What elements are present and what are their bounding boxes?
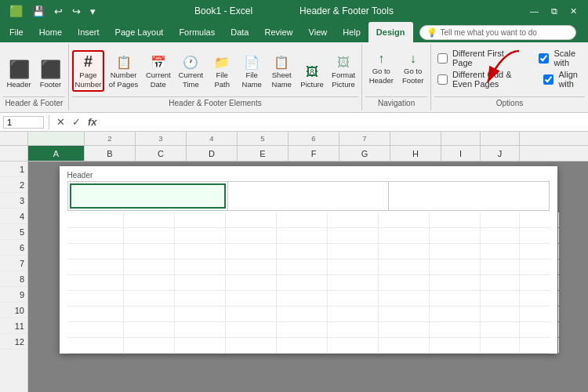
align-with-option[interactable]: Align with xyxy=(543,70,582,89)
cell-a9[interactable] xyxy=(67,338,124,353)
cell-g9[interactable] xyxy=(379,338,430,353)
header-center-cell[interactable] xyxy=(228,182,389,210)
row-num-9[interactable]: 9 xyxy=(0,287,27,303)
row-num-8[interactable]: 8 xyxy=(0,271,27,287)
cell-c6[interactable] xyxy=(175,291,226,306)
col-header-j[interactable]: J xyxy=(481,146,520,161)
cell-e8[interactable] xyxy=(277,322,328,337)
cell-d3[interactable] xyxy=(226,244,277,259)
cell-h4[interactable] xyxy=(430,260,481,274)
diff-odd-even-option[interactable]: Different Odd & Even Pages xyxy=(437,70,528,89)
cell-e9[interactable] xyxy=(277,338,328,353)
restore-button[interactable]: ⧉ xyxy=(546,6,562,16)
tab-home[interactable]: Home xyxy=(31,22,70,42)
cell-d9[interactable] xyxy=(226,338,277,353)
cell-i2[interactable] xyxy=(481,228,520,243)
file-name-button[interactable]: 📄 FileName xyxy=(238,53,266,92)
cell-g6[interactable] xyxy=(379,291,430,306)
cell-f6[interactable] xyxy=(328,291,379,306)
cell-e5[interactable] xyxy=(277,275,328,290)
header-cells[interactable] xyxy=(67,181,550,211)
tab-pagelayout[interactable]: Page Layout xyxy=(107,22,172,42)
cell-i6[interactable] xyxy=(481,291,520,306)
redo-icon[interactable]: ↪ xyxy=(69,4,84,19)
tab-formulas[interactable]: Formulas xyxy=(171,22,223,42)
undo-icon[interactable]: ↩ xyxy=(51,4,66,19)
cell-j5[interactable] xyxy=(520,275,559,290)
cell-a3[interactable] xyxy=(67,244,124,259)
close-button[interactable]: ✕ xyxy=(565,6,582,16)
row-num-2[interactable]: 2 xyxy=(0,177,27,193)
confirm-formula-icon[interactable]: ✓ xyxy=(70,115,83,129)
cell-a2[interactable] xyxy=(67,228,124,243)
active-header-cell[interactable] xyxy=(70,183,227,209)
name-box[interactable] xyxy=(3,116,44,129)
cell-i7[interactable] xyxy=(481,307,520,321)
page-number-button[interactable]: # PageNumber xyxy=(72,50,104,92)
cell-i4[interactable] xyxy=(481,260,520,274)
cell-e6[interactable] xyxy=(277,291,328,306)
save-icon[interactable]: 💾 xyxy=(29,4,48,19)
cell-b7[interactable] xyxy=(124,307,175,321)
cell-e4[interactable] xyxy=(277,260,328,274)
cell-i8[interactable] xyxy=(481,322,520,337)
cell-g4[interactable] xyxy=(379,260,430,274)
cell-g1[interactable] xyxy=(379,212,430,227)
cell-h3[interactable] xyxy=(430,244,481,259)
cell-d7[interactable] xyxy=(226,307,277,321)
tab-insert[interactable]: Insert xyxy=(70,22,107,42)
cell-f4[interactable] xyxy=(328,260,379,274)
cell-d5[interactable] xyxy=(226,275,277,290)
minimize-button[interactable]: — xyxy=(525,6,543,16)
cell-j4[interactable] xyxy=(520,260,559,274)
cell-c9[interactable] xyxy=(175,338,226,353)
cell-j1[interactable] xyxy=(520,212,559,227)
cell-d2[interactable] xyxy=(226,228,277,243)
cell-c2[interactable] xyxy=(175,228,226,243)
row-num-1[interactable]: 1 xyxy=(0,162,27,177)
tab-data[interactable]: Data xyxy=(223,22,256,42)
tab-view[interactable]: View xyxy=(301,22,336,42)
diff-odd-even-checkbox[interactable] xyxy=(437,74,448,85)
cell-g8[interactable] xyxy=(379,322,430,337)
row-num-12[interactable]: 12 xyxy=(0,334,27,350)
cell-e3[interactable] xyxy=(277,244,328,259)
cell-h7[interactable] xyxy=(430,307,481,321)
scale-with-checkbox[interactable] xyxy=(539,53,549,64)
cell-c8[interactable] xyxy=(175,322,226,337)
cell-f3[interactable] xyxy=(328,244,379,259)
cell-a1[interactable] xyxy=(67,212,124,227)
col-header-d[interactable]: D xyxy=(187,146,238,161)
scale-with-option[interactable]: Scale with xyxy=(539,49,582,67)
cell-b9[interactable] xyxy=(124,338,175,353)
row-num-4[interactable]: 4 xyxy=(0,209,27,224)
cell-g2[interactable] xyxy=(379,228,430,243)
cell-c7[interactable] xyxy=(175,307,226,321)
tab-file[interactable]: File xyxy=(2,22,31,42)
file-path-button[interactable]: 📁 FilePath xyxy=(208,53,236,92)
formula-input[interactable] xyxy=(103,117,585,128)
go-to-footer-button[interactable]: ↓ Go toFooter xyxy=(398,49,427,88)
cell-b1[interactable] xyxy=(124,212,175,227)
diff-first-checkbox[interactable] xyxy=(437,53,448,64)
row-num-5[interactable]: 5 xyxy=(0,224,27,240)
col-header-h[interactable]: H xyxy=(390,146,441,161)
current-time-button[interactable]: 🕐 CurrentTime xyxy=(176,53,207,92)
cell-j6[interactable] xyxy=(520,291,559,306)
col-header-g[interactable]: G xyxy=(339,146,390,161)
cell-i5[interactable] xyxy=(481,275,520,290)
cell-g3[interactable] xyxy=(379,244,430,259)
cell-b3[interactable] xyxy=(124,244,175,259)
cancel-formula-icon[interactable]: ✕ xyxy=(54,115,67,129)
cell-c5[interactable] xyxy=(175,275,226,290)
cell-i9[interactable] xyxy=(481,338,520,353)
cell-d6[interactable] xyxy=(226,291,277,306)
cell-j9[interactable] xyxy=(520,338,559,353)
cell-d4[interactable] xyxy=(226,260,277,274)
tab-help[interactable]: Help xyxy=(335,22,368,42)
row-num-7[interactable]: 7 xyxy=(0,256,27,271)
cell-i3[interactable] xyxy=(481,244,520,259)
header-button[interactable]: ⬛ Header xyxy=(3,58,34,92)
cell-h1[interactable] xyxy=(430,212,481,227)
row-num-10[interactable]: 10 xyxy=(0,303,27,318)
